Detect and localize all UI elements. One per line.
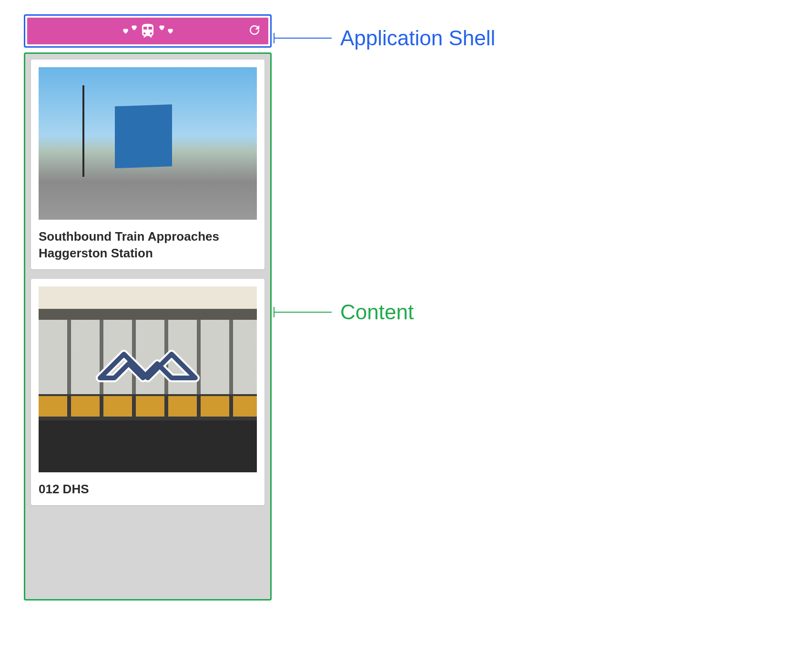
content-card[interactable]: 012 DHS <box>31 279 264 505</box>
ns-logo-icon <box>95 340 200 397</box>
content-card[interactable]: Southbound Train Approaches Haggerston S… <box>31 60 264 269</box>
content-region: Southbound Train Approaches Haggerston S… <box>24 52 272 601</box>
connector-line <box>274 38 332 39</box>
reload-icon <box>247 23 262 37</box>
card-title: Southbound Train Approaches Haggerston S… <box>39 228 257 262</box>
app-header <box>27 18 268 44</box>
app-logo <box>122 22 173 40</box>
card-image <box>39 67 257 220</box>
annotation-content: Content <box>274 300 414 324</box>
heart-icon <box>122 28 129 34</box>
card-image <box>39 286 257 472</box>
train-icon <box>139 22 156 40</box>
card-title: 012 DHS <box>39 481 257 498</box>
reload-button[interactable] <box>247 23 262 39</box>
image-detail <box>39 396 257 417</box>
annotation-shell: Application Shell <box>274 26 495 50</box>
annotation-label: Application Shell <box>340 26 495 50</box>
connector-line <box>274 312 332 313</box>
heart-icon <box>131 24 137 31</box>
heart-icon <box>167 28 173 34</box>
phone-frame: Southbound Train Approaches Haggerston S… <box>24 14 272 601</box>
application-shell-region <box>24 14 272 48</box>
annotation-label: Content <box>340 300 414 324</box>
diagram-root: Southbound Train Approaches Haggerston S… <box>0 0 793 38</box>
heart-icon <box>158 24 165 31</box>
